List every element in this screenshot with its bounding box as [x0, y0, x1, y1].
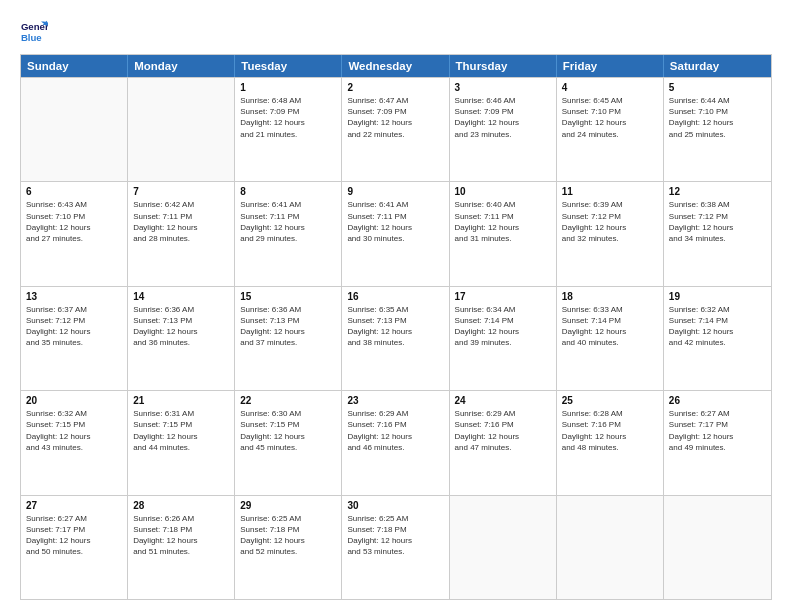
week-row-1: 1Sunrise: 6:48 AMSunset: 7:09 PMDaylight…	[21, 77, 771, 181]
cell-line: and 48 minutes.	[562, 442, 658, 453]
cell-line: Daylight: 12 hours	[133, 326, 229, 337]
cell-line: Daylight: 12 hours	[562, 222, 658, 233]
day-number: 10	[455, 186, 551, 197]
cell-line: Sunrise: 6:33 AM	[562, 304, 658, 315]
day-number: 3	[455, 82, 551, 93]
cell-line: and 37 minutes.	[240, 337, 336, 348]
cell-line: Sunset: 7:13 PM	[240, 315, 336, 326]
day-cell-7: 7Sunrise: 6:42 AMSunset: 7:11 PMDaylight…	[128, 182, 235, 285]
day-header-monday: Monday	[128, 55, 235, 77]
day-number: 8	[240, 186, 336, 197]
day-cell-5: 5Sunrise: 6:44 AMSunset: 7:10 PMDaylight…	[664, 78, 771, 181]
calendar: SundayMondayTuesdayWednesdayThursdayFrid…	[20, 54, 772, 600]
day-number: 2	[347, 82, 443, 93]
cell-line: Sunrise: 6:31 AM	[133, 408, 229, 419]
cell-line: Sunset: 7:18 PM	[133, 524, 229, 535]
cell-line: and 28 minutes.	[133, 233, 229, 244]
day-number: 24	[455, 395, 551, 406]
day-cell-18: 18Sunrise: 6:33 AMSunset: 7:14 PMDayligh…	[557, 287, 664, 390]
cell-line: Daylight: 12 hours	[133, 222, 229, 233]
cell-line: Daylight: 12 hours	[133, 431, 229, 442]
day-header-saturday: Saturday	[664, 55, 771, 77]
day-cell-23: 23Sunrise: 6:29 AMSunset: 7:16 PMDayligh…	[342, 391, 449, 494]
day-header-sunday: Sunday	[21, 55, 128, 77]
cell-line: Sunset: 7:11 PM	[133, 211, 229, 222]
cell-line: Daylight: 12 hours	[669, 326, 766, 337]
cell-line: Sunrise: 6:32 AM	[669, 304, 766, 315]
cell-line: Sunrise: 6:43 AM	[26, 199, 122, 210]
cell-line: Sunrise: 6:38 AM	[669, 199, 766, 210]
day-cell-24: 24Sunrise: 6:29 AMSunset: 7:16 PMDayligh…	[450, 391, 557, 494]
cell-line: Sunset: 7:10 PM	[26, 211, 122, 222]
day-number: 5	[669, 82, 766, 93]
day-number: 21	[133, 395, 229, 406]
day-cell-20: 20Sunrise: 6:32 AMSunset: 7:15 PMDayligh…	[21, 391, 128, 494]
cell-line: and 50 minutes.	[26, 546, 122, 557]
day-cell-8: 8Sunrise: 6:41 AMSunset: 7:11 PMDaylight…	[235, 182, 342, 285]
cell-line: Sunset: 7:18 PM	[347, 524, 443, 535]
cell-line: and 29 minutes.	[240, 233, 336, 244]
cell-line: Sunrise: 6:29 AM	[455, 408, 551, 419]
cell-line: Sunset: 7:13 PM	[133, 315, 229, 326]
day-cell-28: 28Sunrise: 6:26 AMSunset: 7:18 PMDayligh…	[128, 496, 235, 599]
day-cell-15: 15Sunrise: 6:36 AMSunset: 7:13 PMDayligh…	[235, 287, 342, 390]
day-cell-22: 22Sunrise: 6:30 AMSunset: 7:15 PMDayligh…	[235, 391, 342, 494]
cell-line: Daylight: 12 hours	[455, 222, 551, 233]
cell-line: and 44 minutes.	[133, 442, 229, 453]
day-header-friday: Friday	[557, 55, 664, 77]
cell-line: Sunrise: 6:42 AM	[133, 199, 229, 210]
cell-line: Sunset: 7:15 PM	[240, 419, 336, 430]
cell-line: Sunrise: 6:32 AM	[26, 408, 122, 419]
cell-line: and 40 minutes.	[562, 337, 658, 348]
cell-line: Daylight: 12 hours	[240, 326, 336, 337]
cell-line: and 24 minutes.	[562, 129, 658, 140]
cell-line: and 38 minutes.	[347, 337, 443, 348]
day-number: 12	[669, 186, 766, 197]
cell-line: and 45 minutes.	[240, 442, 336, 453]
week-row-3: 13Sunrise: 6:37 AMSunset: 7:12 PMDayligh…	[21, 286, 771, 390]
cell-line: and 35 minutes.	[26, 337, 122, 348]
cell-line: Daylight: 12 hours	[240, 117, 336, 128]
cell-line: Sunrise: 6:27 AM	[26, 513, 122, 524]
cell-line: and 30 minutes.	[347, 233, 443, 244]
cell-line: Daylight: 12 hours	[562, 431, 658, 442]
cell-line: Sunset: 7:16 PM	[455, 419, 551, 430]
day-number: 6	[26, 186, 122, 197]
cell-line: Sunrise: 6:27 AM	[669, 408, 766, 419]
day-number: 13	[26, 291, 122, 302]
day-cell-6: 6Sunrise: 6:43 AMSunset: 7:10 PMDaylight…	[21, 182, 128, 285]
cell-line: Daylight: 12 hours	[347, 222, 443, 233]
cell-line: Daylight: 12 hours	[240, 222, 336, 233]
day-number: 30	[347, 500, 443, 511]
cell-line: and 52 minutes.	[240, 546, 336, 557]
day-number: 9	[347, 186, 443, 197]
day-number: 14	[133, 291, 229, 302]
cell-line: Sunrise: 6:48 AM	[240, 95, 336, 106]
day-number: 26	[669, 395, 766, 406]
day-cell-14: 14Sunrise: 6:36 AMSunset: 7:13 PMDayligh…	[128, 287, 235, 390]
cell-line: Sunrise: 6:40 AM	[455, 199, 551, 210]
day-number: 28	[133, 500, 229, 511]
cell-line: Daylight: 12 hours	[455, 117, 551, 128]
calendar-header-row: SundayMondayTuesdayWednesdayThursdayFrid…	[21, 55, 771, 77]
svg-text:Blue: Blue	[21, 32, 42, 43]
cell-line: and 23 minutes.	[455, 129, 551, 140]
day-cell-11: 11Sunrise: 6:39 AMSunset: 7:12 PMDayligh…	[557, 182, 664, 285]
cell-line: Sunrise: 6:26 AM	[133, 513, 229, 524]
cell-line: and 46 minutes.	[347, 442, 443, 453]
cell-line: Sunrise: 6:36 AM	[133, 304, 229, 315]
cell-line: Sunrise: 6:30 AM	[240, 408, 336, 419]
cell-line: Sunrise: 6:34 AM	[455, 304, 551, 315]
cell-line: and 31 minutes.	[455, 233, 551, 244]
day-cell-12: 12Sunrise: 6:38 AMSunset: 7:12 PMDayligh…	[664, 182, 771, 285]
day-cell-30: 30Sunrise: 6:25 AMSunset: 7:18 PMDayligh…	[342, 496, 449, 599]
cell-line: and 27 minutes.	[26, 233, 122, 244]
day-cell-26: 26Sunrise: 6:27 AMSunset: 7:17 PMDayligh…	[664, 391, 771, 494]
day-cell-17: 17Sunrise: 6:34 AMSunset: 7:14 PMDayligh…	[450, 287, 557, 390]
cell-line: Sunset: 7:10 PM	[562, 106, 658, 117]
cell-line: Daylight: 12 hours	[26, 535, 122, 546]
day-cell-13: 13Sunrise: 6:37 AMSunset: 7:12 PMDayligh…	[21, 287, 128, 390]
cell-line: and 43 minutes.	[26, 442, 122, 453]
cell-line: Sunset: 7:10 PM	[669, 106, 766, 117]
cell-line: Daylight: 12 hours	[562, 117, 658, 128]
